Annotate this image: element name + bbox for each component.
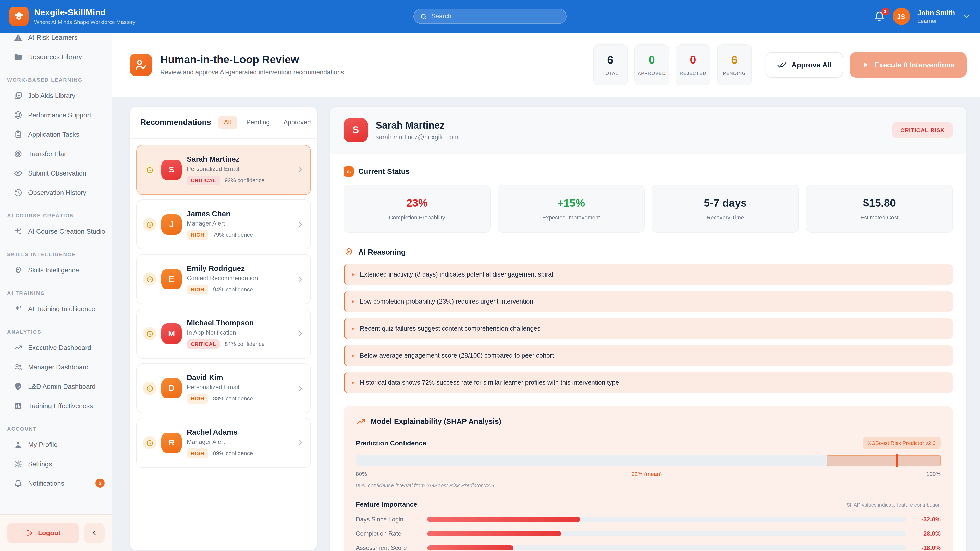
chevron-right-icon	[296, 439, 304, 447]
avatar: R	[161, 433, 182, 453]
pending-clock-icon	[143, 327, 156, 340]
sidebar-item-resources-library[interactable]: Resources Library	[0, 47, 112, 66]
user-menu-chevron-icon[interactable]	[963, 12, 971, 21]
status-card-expected-improvement: +15% Expected Improvement	[498, 185, 645, 233]
feature-row-days-since-login: Days Since Login -32.0%	[356, 516, 941, 523]
list-item-rachel-adams[interactable]: R Rachel Adams Manager Alert HIGH89% con…	[136, 418, 311, 468]
status-cards: 23% Completion Probability +15% Expected…	[344, 185, 953, 233]
sidebar-item-ld-admin-dashboard[interactable]: L&D Admin Dashboard	[0, 376, 112, 396]
sidebar-item-application-tasks[interactable]: Application Tasks	[0, 124, 112, 144]
pending-clock-icon	[143, 436, 156, 449]
stat-approved: 0 APPROVED	[635, 44, 669, 85]
feature-bar	[427, 531, 561, 536]
sidebar-item-transfer-plan[interactable]: Transfer Plan	[0, 144, 112, 163]
sidebar-item-submit-observation[interactable]: Submit Observation	[0, 163, 112, 183]
logout-button[interactable]: Logout	[7, 523, 79, 543]
search-bar[interactable]	[414, 9, 566, 24]
list-item-emily-rodriguez[interactable]: E Emily Rodriguez Content Recommendation…	[136, 254, 311, 304]
sidebar-item-notifications[interactable]: Notifications3	[0, 473, 112, 493]
sidebar-item-skills-intelligence[interactable]: Skills Intelligence	[0, 260, 112, 279]
page-title: Human-in-the-Loop Review	[160, 54, 344, 66]
scale-min: 80%	[356, 471, 367, 477]
caret-icon: ▸	[352, 353, 355, 358]
caret-icon: ▸	[352, 299, 355, 304]
avatar: S	[161, 160, 182, 180]
risk-badge: HIGH	[187, 394, 208, 403]
avatar: M	[161, 324, 182, 344]
ai-reasoning-section: AI Reasoning ▸Extended inactivity (8 day…	[344, 247, 953, 393]
list-item-james-chen[interactable]: J James Chen Manager Alert HIGH79% confi…	[136, 200, 311, 249]
list-item-sarah-martinez[interactable]: S Sarah Martinez Personalized Email CRIT…	[136, 145, 311, 195]
sidebar-section-work-based-learning: WORK-BASED LEARNING	[0, 73, 112, 86]
feature-importance-rows: Days Since Login -32.0% Completion Rate …	[356, 516, 941, 551]
sidebar-notifications-badge: 3	[95, 478, 105, 488]
sidebar-section-ai-course-creation: AI COURSE CREATION	[0, 209, 112, 221]
sidebar-item-ai-training-intelligence[interactable]: AI Training Intelligence	[0, 299, 112, 318]
page-subtitle: Review and approve AI-generated interven…	[160, 69, 344, 76]
sidebar-item-manager-dashboard[interactable]: Manager Dashboard	[0, 357, 112, 376]
detail-body: Current Status 23% Completion Probabilit…	[330, 154, 966, 551]
sidebar-item-ai-course-creation-studio[interactable]: AI Course Creation Studio	[0, 221, 112, 241]
reason-item: ▸Low completion probability (23%) requir…	[344, 291, 953, 312]
notifications-button[interactable]: 3	[873, 11, 885, 22]
sidebar-item-job-aids-library[interactable]: Job Aids Library	[0, 86, 112, 105]
prediction-confidence-bar	[356, 455, 941, 466]
search-input[interactable]	[431, 13, 560, 20]
logout-icon	[26, 529, 34, 537]
learner-name: Sarah Martinez	[375, 120, 458, 131]
sidebar-section-analytics: ANALYTICS	[0, 326, 112, 338]
sidebar: At-Risk Learners Resources Library WORK-…	[0, 33, 112, 551]
caret-icon: ▸	[352, 326, 355, 331]
approve-all-button[interactable]: Approve All	[765, 52, 843, 78]
recommendations-header: Recommendations All Pending Approved	[130, 106, 317, 139]
trend-sparkle-icon	[356, 416, 366, 427]
users-icon	[14, 362, 22, 371]
book-copy-icon	[14, 91, 22, 100]
bar-chart-icon	[344, 166, 354, 176]
sidebar-item-performance-support[interactable]: Performance Support	[0, 105, 112, 124]
bar-chart-icon	[14, 401, 22, 410]
alert-triangle-icon	[14, 33, 22, 41]
caret-icon: ▸	[352, 272, 355, 277]
bell-icon	[14, 479, 22, 487]
chevron-right-icon	[296, 275, 304, 283]
tab-approved[interactable]: Approved	[279, 116, 315, 129]
risk-badge: CRITICAL	[187, 339, 220, 349]
model-explainability-card: Model Explainability (SHAP Analysis) Pre…	[344, 406, 953, 551]
head-lightbulb-icon	[344, 247, 354, 257]
pending-clock-icon	[143, 163, 156, 176]
header-right-cluster: 3 JS John Smith Learner	[873, 8, 971, 25]
sparkles-icon	[14, 227, 22, 235]
search-icon	[420, 13, 427, 20]
chevron-right-icon	[296, 166, 304, 174]
prediction-confidence-label: Prediction Confidence	[356, 439, 426, 447]
list-item-michael-thompson[interactable]: M Michael Thompson In App Notification C…	[136, 309, 311, 359]
sidebar-item-my-profile[interactable]: My Profile	[0, 435, 112, 454]
avatar: D	[161, 378, 182, 399]
chevron-right-icon	[296, 384, 304, 392]
reason-item: ▸Recent quiz failures suggest content co…	[344, 318, 953, 339]
content-area: Recommendations All Pending Approved S S…	[112, 97, 980, 551]
recommendations-title: Recommendations	[140, 118, 211, 127]
sidebar-item-training-effectiveness[interactable]: Training Effectiveness	[0, 396, 112, 415]
list-item-david-kim[interactable]: D David Kim Personalized Email HIGH88% c…	[136, 363, 311, 413]
execute-interventions-button[interactable]: Execute 0 Interventions	[850, 52, 967, 78]
tab-pending[interactable]: Pending	[242, 116, 274, 129]
stat-pending: 6 PENDING	[717, 44, 752, 85]
scale-max: 100%	[926, 471, 941, 477]
sidebar-item-at-risk-learners[interactable]: At-Risk Learners	[0, 33, 112, 47]
clipboard-icon	[14, 130, 22, 138]
reason-item: ▸Below-average engagement score (28/100)…	[344, 345, 953, 366]
brand-logo-icon	[9, 6, 29, 26]
sidebar-collapse-button[interactable]	[84, 523, 105, 543]
stat-rejected: 0 REJECTED	[676, 44, 711, 85]
sidebar-item-executive-dashboard[interactable]: Executive Dashboard	[0, 338, 112, 357]
sidebar-item-observation-history[interactable]: Observation History	[0, 183, 112, 202]
confidence-interval-note: 95% confidence interval from XGBoost Ris…	[356, 482, 941, 488]
tab-all[interactable]: All	[218, 116, 237, 129]
feature-bar	[427, 517, 580, 522]
sidebar-item-settings[interactable]: Settings	[0, 454, 112, 473]
brand-subtitle: Where AI Minds Shape Workforce Mastery	[34, 19, 135, 25]
user-avatar[interactable]: JS	[892, 8, 910, 25]
sidebar-section-skills-intelligence: SKILLS INTELLIGENCE	[0, 248, 112, 260]
